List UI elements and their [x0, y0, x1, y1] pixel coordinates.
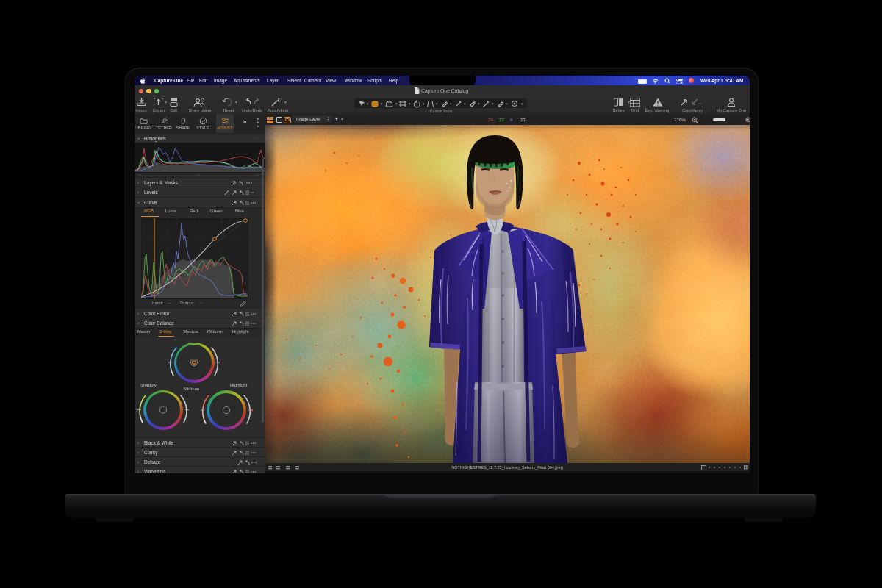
svg-text:▼: ▼ — [477, 102, 480, 106]
svg-text:▼: ▼ — [520, 102, 523, 106]
svg-text:▼: ▼ — [435, 102, 438, 106]
svg-text:▼: ▼ — [491, 102, 494, 106]
svg-text:▼: ▼ — [449, 102, 452, 106]
svg-text:▼: ▼ — [366, 102, 369, 106]
svg-text:▼: ▼ — [380, 102, 383, 106]
svg-text:▼: ▼ — [463, 102, 466, 106]
svg-text:▼: ▼ — [505, 102, 508, 106]
svg-text:▼: ▼ — [422, 102, 425, 106]
svg-text:▼: ▼ — [408, 102, 411, 106]
svg-text:▼: ▼ — [395, 102, 398, 106]
